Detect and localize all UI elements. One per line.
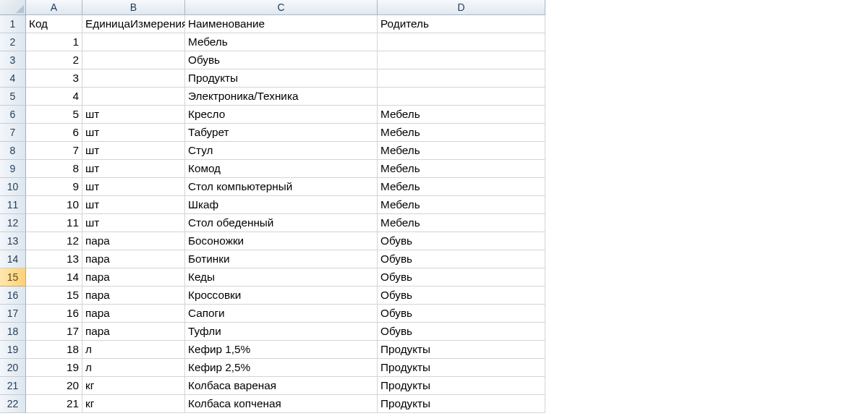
cell[interactable]: 6	[26, 124, 82, 142]
row-header[interactable]: 3	[0, 51, 26, 69]
cell[interactable]	[378, 33, 545, 51]
cell[interactable]: пара	[82, 286, 185, 305]
cell[interactable]: Босоножки	[185, 232, 378, 250]
cell[interactable]	[82, 33, 185, 51]
cell[interactable]: Кроссовки	[185, 286, 378, 305]
cell[interactable]: 19	[26, 359, 82, 377]
cell[interactable]: Обувь	[378, 323, 545, 341]
cell[interactable]: Электроника/Техника	[185, 88, 378, 106]
cell[interactable]: 13	[26, 250, 82, 268]
cell[interactable]: 7	[26, 142, 82, 160]
row-header[interactable]: 20	[0, 359, 26, 377]
cell[interactable]: пара	[82, 305, 185, 323]
cell[interactable]: Мебель	[378, 142, 545, 160]
cell[interactable]: Продукты	[378, 359, 545, 377]
cell[interactable]	[378, 69, 545, 88]
cell[interactable]: пара	[82, 250, 185, 268]
cell[interactable]: Продукты	[378, 377, 545, 395]
cell[interactable]: 4	[26, 88, 82, 106]
cell[interactable]: Продукты	[185, 69, 378, 88]
cell[interactable]: 21	[26, 395, 82, 413]
cell[interactable]: Родитель	[378, 15, 545, 33]
cell[interactable]: Мебель	[378, 160, 545, 178]
cell[interactable]: Стул	[185, 142, 378, 160]
row-header[interactable]: 8	[0, 142, 26, 160]
cell[interactable]: Обувь	[378, 268, 545, 286]
row-header[interactable]: 13	[0, 232, 26, 250]
cell[interactable]	[378, 51, 545, 69]
cell[interactable]: Кеды	[185, 268, 378, 286]
cell[interactable]: Мебель	[378, 106, 545, 124]
cell[interactable]: Мебель	[185, 33, 378, 51]
cell[interactable]: л	[82, 359, 185, 377]
cell[interactable]: 2	[26, 51, 82, 69]
cell[interactable]: Стол обеденный	[185, 214, 378, 232]
cell[interactable]: Обувь	[378, 232, 545, 250]
cell[interactable]: Мебель	[378, 124, 545, 142]
cell[interactable]: Обувь	[378, 305, 545, 323]
cell[interactable]: Ботинки	[185, 250, 378, 268]
cell[interactable]: Шкаф	[185, 196, 378, 214]
cell[interactable]: Обувь	[185, 51, 378, 69]
cell[interactable]: кг	[82, 377, 185, 395]
cell[interactable]: кг	[82, 395, 185, 413]
cell[interactable]: шт	[82, 214, 185, 232]
cell[interactable]: 15	[26, 286, 82, 305]
cell[interactable]: шт	[82, 106, 185, 124]
cell[interactable]: шт	[82, 124, 185, 142]
cell[interactable]: Обувь	[378, 286, 545, 305]
cell[interactable]: Обувь	[378, 250, 545, 268]
cell[interactable]: 5	[26, 106, 82, 124]
cell[interactable]: 11	[26, 214, 82, 232]
cell[interactable]: Кефир 1,5%	[185, 341, 378, 359]
cell[interactable]	[378, 88, 545, 106]
cell[interactable]	[82, 88, 185, 106]
row-header[interactable]: 12	[0, 214, 26, 232]
row-header[interactable]: 17	[0, 305, 26, 323]
cell[interactable]: Стол компьютерный	[185, 178, 378, 196]
cell[interactable]: Мебель	[378, 178, 545, 196]
cell[interactable]: 12	[26, 232, 82, 250]
cell[interactable]: пара	[82, 323, 185, 341]
row-header[interactable]: 7	[0, 124, 26, 142]
column-header-C[interactable]: C	[185, 0, 378, 15]
cell[interactable]	[82, 69, 185, 88]
cell[interactable]: Продукты	[378, 395, 545, 413]
row-header[interactable]: 19	[0, 341, 26, 359]
row-header[interactable]: 5	[0, 88, 26, 106]
cell[interactable]: 3	[26, 69, 82, 88]
cell[interactable]: Колбаса вареная	[185, 377, 378, 395]
cell[interactable]: 14	[26, 268, 82, 286]
cell[interactable]: 16	[26, 305, 82, 323]
cell[interactable]: пара	[82, 268, 185, 286]
row-header[interactable]: 2	[0, 33, 26, 51]
select-all-corner[interactable]	[0, 0, 26, 15]
cell[interactable]: Кресло	[185, 106, 378, 124]
row-header[interactable]: 15	[0, 268, 26, 286]
cell[interactable]: Колбаса копченая	[185, 395, 378, 413]
cell[interactable]: 20	[26, 377, 82, 395]
row-header[interactable]: 6	[0, 106, 26, 124]
cell[interactable]: шт	[82, 142, 185, 160]
cell[interactable]: Туфли	[185, 323, 378, 341]
row-header[interactable]: 14	[0, 250, 26, 268]
cell[interactable]: Код	[26, 15, 82, 33]
cell[interactable]: 18	[26, 341, 82, 359]
row-header[interactable]: 4	[0, 69, 26, 88]
row-header[interactable]: 1	[0, 15, 26, 33]
row-header[interactable]: 10	[0, 178, 26, 196]
column-header-B[interactable]: B	[82, 0, 185, 15]
cell[interactable]: Сапоги	[185, 305, 378, 323]
row-header[interactable]: 11	[0, 196, 26, 214]
cell[interactable]: Комод	[185, 160, 378, 178]
row-header[interactable]: 16	[0, 286, 26, 305]
spreadsheet-grid[interactable]: A B C D 1КодЕдиницаИзмеренияНаименование…	[0, 0, 868, 413]
cell[interactable]: Мебель	[378, 196, 545, 214]
cell[interactable]: 1	[26, 33, 82, 51]
cell[interactable]: Наименование	[185, 15, 378, 33]
row-header[interactable]: 18	[0, 323, 26, 341]
cell[interactable]: шт	[82, 178, 185, 196]
cell[interactable]: Мебель	[378, 214, 545, 232]
cell[interactable]: ЕдиницаИзмерения	[82, 15, 185, 33]
row-header[interactable]: 21	[0, 377, 26, 395]
